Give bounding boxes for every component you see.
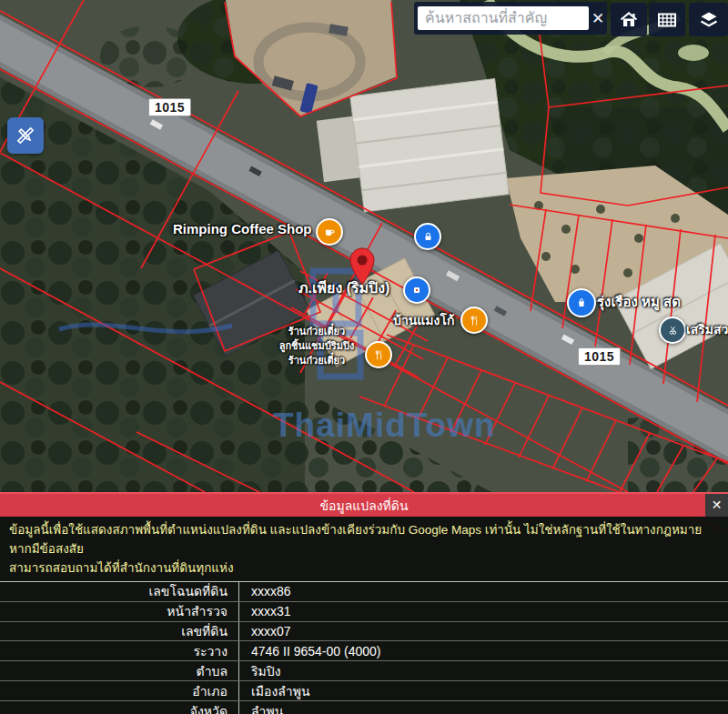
poi-label-rimping-coffee[interactable]: Rimping Coffee Shop	[173, 221, 312, 236]
panel-header: ข้อมูลแปลงที่ดิน ✕	[0, 492, 728, 517]
layers-icon	[698, 9, 720, 31]
poi-label-noodle-shop[interactable]: ร้านก๋วยเตี๋ยว ลูกชิ้นแชมป์ริมปิง ร้านก๋…	[266, 325, 368, 368]
coffee-icon	[323, 226, 336, 238]
poi-label-line: ลูกชิ้นแชมป์ริมปิง	[266, 339, 368, 354]
table-row: เลขโฉนดที่ดิน xxxx86	[0, 582, 728, 602]
disclaimer-line-2: สามารถสอบถามได้ที่สำนักงานที่ดินทุกแห่ง	[9, 561, 234, 575]
shopping-bag-icon	[575, 297, 588, 309]
parcel-table: เลขโฉนดที่ดิน xxxx86 หน้าสำรวจ xxxx31 เล…	[0, 581, 728, 714]
mango-restaurant-poi-pin[interactable]	[460, 307, 488, 334]
row-label: ระวาง	[0, 641, 238, 661]
row-value: xxxx31	[238, 602, 728, 621]
row-label: ตำบล	[0, 661, 238, 681]
row-label: จังหวัด	[0, 701, 238, 714]
disclaimer-line-1: ข้อมูลนี้เพื่อใช้แสดงสภาพพื้นที่ตำแหน่งแ…	[9, 523, 702, 556]
road-shield-1015-b: 1015	[578, 347, 621, 366]
measure-tool-button[interactable]	[7, 117, 44, 154]
panel-title: ข้อมูลแปลงที่ดิน	[319, 496, 408, 516]
row-value: เมืองลำพูน	[238, 681, 728, 700]
row-value: xxxx86	[238, 582, 728, 601]
row-label: เลขที่ดิน	[0, 621, 238, 641]
coffee-poi-pin[interactable]	[316, 218, 343, 246]
poi-label-line: ร้านก๋วยเตี๋ยว	[266, 325, 368, 339]
map-app-screen: ThaiMidTown 1015 1015	[0, 0, 728, 714]
home-icon	[618, 9, 640, 31]
table-row: ตำบล ริมปิง	[0, 661, 728, 681]
shopping-poi-pin[interactable]	[567, 288, 596, 317]
restaurant-icon	[373, 349, 385, 361]
poi-label-rungrueang[interactable]: รุ่งเรือง หมู สด	[597, 291, 681, 313]
layers-button[interactable]	[689, 3, 728, 36]
table-row: ระวาง 4746 II 9654-00 (4000)	[0, 641, 728, 661]
row-label: อำเภอ	[0, 681, 238, 701]
row-label: หน้าสำรวจ	[0, 601, 238, 621]
table-row: อำเภอ เมืองลำพูน	[0, 681, 728, 701]
search-bar: ✕	[414, 2, 607, 35]
search-clear-icon[interactable]: ✕	[589, 9, 607, 28]
beauty-poi-pin[interactable]	[659, 317, 686, 344]
place-poi-pin[interactable]	[403, 277, 430, 304]
noodle-restaurant-poi-pin[interactable]	[365, 341, 392, 368]
grid-icon	[656, 9, 678, 31]
row-label: เลขโฉนดที่ดิน	[0, 581, 238, 601]
restaurant-icon	[469, 315, 480, 327]
panel-close-button[interactable]: ✕	[705, 494, 728, 517]
row-value: ลำพูน	[238, 701, 728, 714]
beauty-icon	[667, 325, 679, 337]
row-value: ริมปิง	[238, 661, 728, 680]
ruler-pencil-icon	[14, 124, 37, 147]
table-row: หน้าสำรวจ xxxx31	[0, 602, 728, 622]
lock-icon	[422, 231, 434, 243]
poi-label-beauty[interactable]: เสริมสวย	[686, 319, 728, 339]
home-button[interactable]	[611, 3, 647, 36]
parcel-info-panel: ข้อมูลแปลงที่ดิน ✕ ข้อมูลนี้เพื่อใช้แสดง…	[0, 492, 728, 714]
row-value: 4746 II 9654-00 (4000)	[238, 641, 728, 660]
place-icon	[411, 285, 422, 296]
road-shield-1015-a: 1015	[148, 98, 191, 116]
poi-label-line: ร้านก๋วยเตี๋ยว	[266, 354, 368, 368]
watermark-text: ThaiMidTown	[273, 407, 496, 445]
table-row: เลขที่ดิน xxxx07	[0, 622, 728, 642]
poi-label-mango[interactable]: บ้านแมงโก้	[393, 310, 454, 330]
table-row: จังหวัด ลำพูน	[0, 701, 728, 714]
disclaimer-text: ข้อมูลนี้เพื่อใช้แสดงสภาพพื้นที่ตำแหน่งแ…	[0, 517, 728, 581]
panel-body: ข้อมูลนี้เพื่อใช้แสดงสภาพพื้นที่ตำแหน่งแ…	[0, 517, 728, 714]
row-value: xxxx07	[238, 622, 728, 641]
poi-label-place[interactable]: ภ.เพียง (ริมปิง)	[298, 277, 389, 299]
search-input[interactable]	[418, 6, 589, 30]
security-poi-pin[interactable]	[414, 223, 441, 250]
grid-button[interactable]	[649, 3, 685, 36]
